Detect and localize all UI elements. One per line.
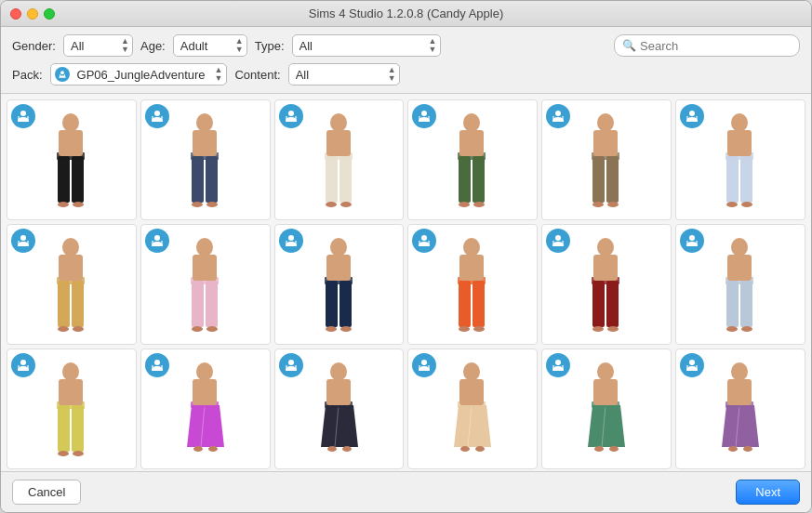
item-cell[interactable] (140, 99, 271, 220)
item-cell[interactable] (274, 349, 405, 469)
svg-rect-119 (727, 255, 752, 281)
svg-rect-147 (326, 379, 351, 405)
next-button[interactable]: Next (736, 480, 800, 505)
svg-point-23 (288, 111, 294, 116)
svg-rect-69 (59, 255, 83, 281)
svg-point-12 (73, 202, 84, 207)
items-grid (1, 94, 811, 471)
item-cell[interactable] (140, 349, 271, 469)
close-button[interactable] (10, 8, 21, 20)
age-select-wrapper[interactable]: Adult Teen Child Elder ▲▼ (173, 34, 247, 57)
item-cell[interactable] (675, 224, 805, 345)
svg-point-70 (62, 238, 79, 256)
content-label: Content: (234, 68, 280, 82)
maximize-button[interactable] (44, 8, 55, 20)
item-cell[interactable] (7, 99, 137, 220)
svg-point-123 (20, 360, 26, 365)
svg-rect-126 (58, 405, 70, 452)
svg-rect-96 (459, 281, 471, 327)
age-select[interactable]: Adult Teen Child Elder (173, 34, 247, 57)
svg-point-83 (288, 235, 294, 241)
pack-icon (55, 67, 70, 82)
item-cell[interactable] (7, 349, 137, 469)
svg-rect-67 (72, 281, 84, 327)
toolbar-row-1: Gender: All Male Female ▲▼ Age: Adult Te… (12, 34, 800, 57)
svg-point-121 (726, 326, 738, 332)
search-box[interactable]: 🔍 (614, 34, 800, 57)
item-cell[interactable] (407, 349, 538, 469)
svg-rect-109 (593, 255, 618, 281)
svg-point-40 (463, 113, 480, 132)
item-badge (145, 229, 169, 253)
svg-point-130 (62, 362, 79, 381)
cancel-button[interactable]: Cancel (12, 480, 81, 505)
svg-point-81 (192, 326, 203, 332)
pack-select-wrapper[interactable]: GP06_JungleAdventure ▲▼ (50, 63, 228, 86)
svg-point-33 (421, 111, 427, 116)
svg-rect-89 (326, 255, 351, 281)
svg-point-166 (597, 362, 614, 381)
minimize-button[interactable] (27, 8, 38, 20)
svg-rect-117 (740, 281, 752, 327)
item-cell[interactable] (541, 224, 672, 345)
window-title: Sims 4 Studio 1.2.0.8 (Candy Apple) (309, 7, 504, 20)
svg-point-122 (741, 326, 752, 332)
svg-rect-56 (726, 156, 739, 203)
item-cell[interactable] (675, 99, 805, 220)
svg-point-150 (342, 446, 352, 452)
item-cell[interactable] (541, 349, 672, 469)
item-cell[interactable] (675, 349, 805, 469)
svg-rect-47 (606, 156, 619, 203)
svg-rect-127 (72, 405, 84, 452)
item-badge (11, 353, 35, 377)
svg-rect-66 (58, 281, 70, 327)
item-badge (279, 229, 303, 253)
item-cell[interactable] (541, 99, 672, 220)
svg-point-93 (421, 235, 427, 241)
svg-rect-17 (206, 156, 218, 203)
item-cell[interactable] (7, 224, 137, 345)
svg-point-101 (459, 326, 470, 332)
item-cell[interactable] (274, 99, 405, 220)
search-input[interactable] (640, 39, 792, 53)
toolbar-row-2: Pack: GP06_JungleAdventure ▲▼ Content: A… (12, 63, 800, 86)
svg-rect-87 (339, 281, 352, 327)
svg-point-20 (196, 113, 213, 132)
svg-point-82 (206, 326, 218, 332)
svg-point-169 (689, 360, 695, 365)
type-select[interactable]: All Top Bottom Outfit (292, 34, 441, 57)
type-select-wrapper[interactable]: All Top Bottom Outfit ▲▼ (292, 34, 441, 57)
item-cell[interactable] (140, 224, 271, 345)
svg-point-11 (58, 202, 69, 207)
svg-point-158 (460, 446, 470, 452)
gender-select-wrapper[interactable]: All Male Female ▲▼ (63, 34, 133, 57)
item-cell[interactable] (407, 99, 538, 220)
svg-point-73 (154, 235, 160, 241)
svg-point-177 (743, 446, 752, 452)
svg-point-30 (330, 113, 347, 132)
svg-rect-57 (740, 156, 752, 203)
svg-point-139 (196, 362, 213, 381)
svg-rect-16 (192, 156, 204, 203)
svg-rect-9 (59, 130, 83, 156)
toolbar: Gender: All Male Female ▲▼ Age: Adult Te… (1, 27, 811, 94)
svg-point-32 (340, 202, 352, 207)
svg-rect-156 (459, 379, 484, 405)
content-select[interactable]: All Maxis Custom (288, 63, 400, 86)
svg-point-51 (592, 202, 604, 207)
traffic-lights (10, 8, 55, 20)
item-cell[interactable] (274, 224, 405, 345)
svg-point-90 (330, 238, 347, 256)
svg-point-62 (741, 202, 752, 207)
svg-rect-97 (473, 281, 485, 327)
svg-rect-79 (193, 255, 217, 281)
svg-point-167 (594, 446, 604, 452)
svg-point-22 (206, 202, 218, 207)
gender-label: Gender: (12, 39, 56, 53)
svg-point-3 (20, 111, 26, 116)
gender-select[interactable]: All Male Female (63, 34, 133, 57)
content-select-wrapper[interactable]: All Maxis Custom ▲▼ (288, 63, 400, 86)
item-cell[interactable] (407, 224, 538, 345)
svg-rect-116 (726, 281, 739, 327)
svg-point-110 (597, 238, 614, 256)
